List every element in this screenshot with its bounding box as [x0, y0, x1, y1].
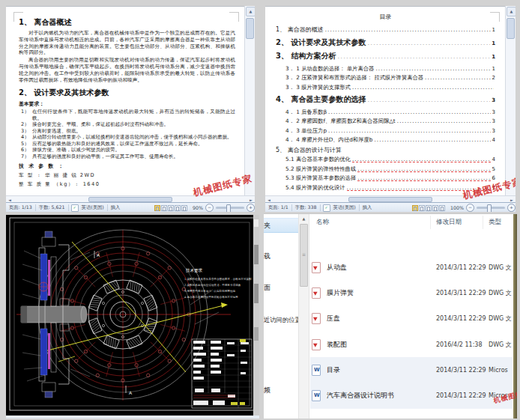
scrollbar-thumb[interactable] [348, 197, 432, 202]
file-name[interactable]: 膜片弹簧 [327, 288, 354, 298]
zoom-slider-thumb[interactable] [226, 204, 231, 212]
word-count[interactable]: 字数: 5,621 [36, 204, 68, 211]
scrollbar-thumb[interactable] [246, 18, 254, 39]
page-count[interactable]: 页面: 1/13 [6, 204, 35, 211]
file-date-modified: 2014/3/11 22:29 [436, 290, 486, 296]
toc-entry-label: 5.1 离合器基本参数的优化 [285, 156, 351, 163]
toc-page-number: 4 [492, 137, 495, 143]
word-count[interactable]: 字数: 338 [292, 204, 320, 211]
column-divider[interactable] [430, 216, 431, 229]
word-window-toc: 目录 1、 离合器的概述 1 2、 设计要求及其技术参数 1 3、 结构方案分析 [265, 6, 516, 212]
outline-view-button[interactable] [175, 205, 181, 211]
zoom-slider[interactable] [477, 207, 505, 209]
vertical-scrollbar[interactable]: ▲ [505, 6, 516, 195]
print-layout-view-button[interactable] [154, 205, 160, 211]
nav-pane-item[interactable]: 载 [264, 249, 298, 263]
doc-paragraph: 离合器的功用主要的功用是切断和实现发动机对传动系的动力传递，保证汽车起步时将发动… [19, 57, 235, 83]
file-name[interactable]: 汽车离合器设计说明书 [327, 391, 394, 401]
toc-entry-label: 3． 2 压紧弹簧和布置形式的选择： 拉式膜片弹簧离合器 [285, 74, 423, 82]
web-layout-view-button[interactable] [426, 205, 432, 211]
nav-pane-item-label: 频 [264, 386, 270, 394]
file-icon [312, 390, 321, 401]
nav-pane-scrollbar[interactable]: ▲ ≡ [298, 214, 309, 419]
requirement-list: 1） 在任何行驶条件下，既能可靠地传递发动机的最大转矩，并有适当的转矩储备，又能… [19, 109, 235, 159]
toc-dot-leader [325, 26, 491, 32]
nav-pane-item-label: 近访问的位置 [264, 316, 298, 323]
zoom-level[interactable]: 100% [448, 205, 466, 210]
screenshot-collage: 1、 离合器概述 对于以内燃机为动力的汽车，离合器在机械传动系中是作为一个独立的… [0, 0, 520, 420]
scrollbar-thumb[interactable]: ≡ [300, 224, 308, 287]
toc-dot-leader [337, 52, 490, 58]
toc-entry: 4． 4 摩擦片外径D、内径d和厚度b 4 [276, 136, 495, 144]
word-status-bar: 页面: 1/1 字数: 338 ✓ 英语(美国) 插入 100% − + [265, 202, 516, 212]
file-row[interactable]: 从动盘 2014/3/11 22:29 DWG 文 [310, 255, 513, 280]
draft-view-button[interactable] [439, 205, 445, 211]
toc-dot-leader [374, 136, 490, 142]
scroll-right-button[interactable]: ► [508, 198, 516, 202]
file-row[interactable]: 汽车离合器设计说明书 2014/3/11 22:29 Micros [310, 383, 513, 408]
file-rows: 从动盘 2014/3/11 22:29 DWG 文 膜片弹簧 2014/3/11… [310, 231, 513, 409]
file-name[interactable]: 装配图 [327, 340, 347, 350]
doc-line: 车 型 ： 华 丽 捷 锐 2WD [19, 172, 235, 179]
file-type: DWG 文 [489, 314, 513, 323]
language-indicator[interactable]: 英语(美国) [330, 204, 359, 211]
toc-entry: 4． 1 后备系数β 3 [276, 109, 495, 116]
toc-entry: 5.1 离合器基本参数的优化 4 [276, 156, 495, 163]
nav-pane-item[interactable]: 面 [264, 281, 298, 294]
insert-mode-indicator[interactable]: 插入 [108, 204, 124, 211]
nav-pane-item[interactable]: 近访问的位置 [264, 313, 298, 326]
scroll-left-button[interactable]: ◄ [265, 198, 273, 202]
language-indicator[interactable]: 英语(美国) [79, 204, 107, 211]
file-row[interactable]: 目录 2014/3/11 22:29 Micros [310, 357, 513, 383]
requirement-item: 5） 应有足够的吸热能力和良好的通风效果，以保证工作温度不致过高，延长寿命。 [19, 141, 235, 147]
column-header-date[interactable]: 修改日期 [436, 218, 462, 227]
view-switcher [154, 205, 187, 211]
scroll-right-button[interactable]: ► [247, 198, 255, 202]
page-count[interactable]: 页面: 1/1 [265, 204, 291, 211]
nav-pane-item[interactable]: 频 [264, 383, 298, 397]
file-date-modified: 2016/4/2 11:38 [436, 341, 483, 348]
scroll-up-button[interactable]: ▲ [299, 214, 309, 223]
word-window-thesis: 1、 离合器概述 对于以内燃机为动力的汽车，离合器在机械传动系中是作为一个独立的… [6, 6, 255, 212]
print-layout-view-button[interactable] [412, 205, 418, 211]
zoom-out-button[interactable]: − [466, 204, 474, 212]
scrollbar-thumb[interactable] [88, 197, 172, 202]
zoom-level[interactable]: 90% [190, 205, 205, 210]
zoom-in-button[interactable]: + [247, 204, 255, 212]
nav-pane-item[interactable]: 夹 [264, 218, 298, 233]
outline-view-button[interactable] [432, 205, 438, 211]
file-name[interactable]: 目录 [327, 365, 340, 375]
zoom-slider-thumb[interactable] [487, 204, 492, 212]
insert-mode-indicator[interactable]: 插入 [360, 204, 375, 211]
column-header-name[interactable]: 名称 [316, 218, 329, 227]
file-row[interactable]: 膜片弹簧 2014/3/11 22:29 DWG 文 [310, 280, 513, 305]
doc-subheading: 技 术 参 数 ： [19, 162, 235, 170]
window-edge-strip [513, 214, 517, 419]
word-status-bar: 页面: 1/13 字数: 5,621 ✓ 英语(美国) 插入 90% − + [6, 202, 255, 212]
scrollbar-thumb[interactable] [507, 18, 515, 39]
file-name[interactable]: 从动盘 [327, 263, 347, 273]
file-icon [312, 365, 321, 376]
spellcheck-icon[interactable]: ✓ [323, 204, 330, 212]
fullscreen-view-button[interactable] [161, 205, 167, 211]
file-name[interactable]: 压盘 [327, 314, 340, 323]
scroll-up-button[interactable]: ▲ [246, 7, 255, 16]
file-type: DWG 文 [489, 264, 513, 272]
toc-dot-leader [375, 65, 490, 71]
zoom-in-button[interactable]: + [507, 204, 516, 212]
web-layout-view-button[interactable] [168, 205, 174, 211]
column-header-type[interactable]: 类型 [489, 218, 501, 227]
scroll-up-button[interactable]: ▲ [507, 7, 516, 16]
zoom-out-button[interactable]: − [205, 204, 214, 212]
file-row[interactable]: 装配图 2016/4/2 11:38 DWG 文 [310, 332, 513, 357]
spellcheck-icon[interactable]: ✓ [71, 204, 79, 212]
fullscreen-view-button[interactable] [419, 205, 425, 211]
vertical-scrollbar[interactable]: ▲ [244, 6, 255, 195]
toc-entry-label: 5.2 膜片弹簧的弹性特性曲线 [285, 165, 356, 173]
draft-view-button[interactable] [181, 205, 187, 211]
zoom-slider[interactable] [216, 207, 244, 209]
file-row[interactable]: 压盘 2014/3/11 22:29 DWG 文 [310, 306, 513, 332]
column-divider[interactable] [483, 216, 483, 229]
scroll-left-button[interactable]: ◄ [6, 198, 13, 202]
toc-entry: 5、 离合器的设计与计算 [276, 146, 495, 154]
